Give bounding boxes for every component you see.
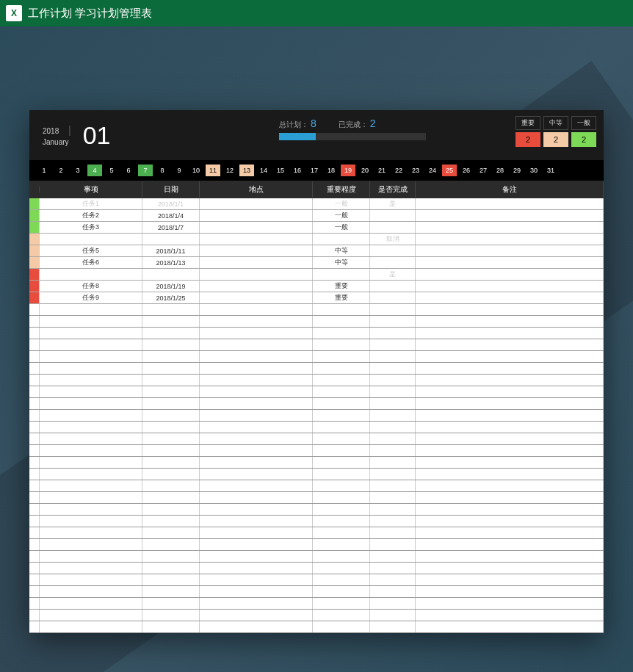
table-row-empty[interactable] (29, 610, 604, 621)
table-row-empty[interactable] (29, 422, 604, 433)
cell[interactable] (370, 316, 416, 327)
cell[interactable] (29, 433, 40, 444)
cell[interactable] (40, 516, 142, 527)
cell[interactable] (40, 539, 142, 550)
cell[interactable] (370, 504, 416, 515)
day-11[interactable]: 11 (206, 165, 220, 176)
cell[interactable] (29, 621, 40, 632)
cell[interactable] (313, 386, 370, 397)
day-6[interactable]: 6 (121, 165, 136, 176)
cell-place[interactable] (200, 198, 313, 209)
cell[interactable] (142, 551, 200, 562)
cell[interactable] (200, 328, 313, 339)
cell[interactable] (416, 410, 604, 421)
cell[interactable] (416, 339, 604, 350)
cell[interactable] (40, 504, 142, 515)
table-row-empty[interactable] (29, 445, 604, 457)
table-row[interactable]: 取消 (29, 234, 604, 245)
cell[interactable] (29, 551, 40, 562)
cell-done[interactable] (370, 245, 416, 256)
cell[interactable] (370, 621, 416, 632)
cell[interactable] (200, 445, 313, 456)
cell[interactable] (29, 445, 40, 456)
cell[interactable] (40, 304, 142, 315)
cell[interactable] (313, 457, 370, 468)
cell-item[interactable] (40, 234, 142, 245)
cell-note[interactable] (416, 269, 604, 280)
cell[interactable] (200, 621, 313, 632)
cell[interactable] (29, 504, 40, 515)
cell-place[interactable] (200, 292, 313, 303)
cell[interactable] (370, 410, 416, 421)
cell[interactable] (142, 386, 200, 397)
table-row-empty[interactable] (29, 527, 604, 539)
table-row-empty[interactable] (29, 375, 604, 386)
cell[interactable] (416, 539, 604, 550)
day-16[interactable]: 16 (290, 165, 305, 176)
table-row-empty[interactable] (29, 586, 604, 598)
cell-item[interactable]: 任务5 (40, 245, 142, 256)
cell[interactable] (40, 527, 142, 538)
day-9[interactable]: 9 (172, 165, 187, 176)
cell[interactable] (370, 386, 416, 397)
cell[interactable] (200, 527, 313, 538)
table-row-empty[interactable] (29, 386, 604, 398)
cell[interactable] (416, 304, 604, 315)
cell-place[interactable] (200, 210, 313, 221)
cell-importance[interactable] (313, 234, 370, 245)
day-19[interactable]: 19 (341, 165, 355, 176)
cell-done[interactable]: 取消 (370, 234, 416, 245)
cell[interactable] (313, 410, 370, 421)
cell[interactable] (142, 457, 200, 468)
cell[interactable] (142, 328, 200, 339)
cell-date[interactable]: 2018/1/19 (142, 281, 200, 292)
cell-place[interactable] (200, 257, 313, 268)
table-row-empty[interactable] (29, 398, 604, 410)
table-row[interactable]: 任务82018/1/19重要 (29, 281, 604, 292)
cell[interactable] (313, 551, 370, 562)
cell-importance[interactable] (313, 269, 370, 280)
cell[interactable] (200, 410, 313, 421)
cell-place[interactable] (200, 222, 313, 233)
day-1[interactable]: 1 (37, 165, 51, 176)
cell-done[interactable] (370, 222, 416, 233)
day-5[interactable]: 5 (104, 165, 119, 176)
table-row[interactable]: 任务12018/1/1一般是 (29, 198, 604, 210)
cell[interactable] (416, 375, 604, 386)
cell[interactable] (142, 480, 200, 491)
cell[interactable] (313, 480, 370, 491)
cell[interactable] (40, 563, 142, 574)
table-row-empty[interactable] (29, 457, 604, 469)
cell-importance[interactable]: 一般 (313, 210, 370, 221)
cell-importance[interactable]: 中等 (313, 257, 370, 268)
cell[interactable] (200, 492, 313, 503)
day-21[interactable]: 21 (375, 165, 389, 176)
cell[interactable] (313, 527, 370, 538)
cell[interactable] (200, 433, 313, 444)
cell[interactable] (313, 398, 370, 409)
table-row-empty[interactable] (29, 363, 604, 375)
cell-item[interactable]: 任务6 (40, 257, 142, 268)
cell[interactable] (200, 598, 313, 609)
cell[interactable] (29, 492, 40, 503)
cell[interactable] (200, 551, 313, 562)
cell[interactable] (416, 386, 604, 397)
table-row[interactable]: 任务32018/1/7一般 (29, 222, 604, 234)
cell-done[interactable]: 是 (370, 269, 416, 280)
table-row-empty[interactable] (29, 492, 604, 504)
cell[interactable] (40, 480, 142, 491)
cell[interactable] (370, 492, 416, 503)
cell[interactable] (313, 304, 370, 315)
table-row-empty[interactable] (29, 469, 604, 480)
cell[interactable] (416, 457, 604, 468)
cell[interactable] (416, 516, 604, 527)
cell-item[interactable]: 任务8 (40, 281, 142, 292)
cell[interactable] (200, 610, 313, 621)
cell[interactable] (142, 422, 200, 433)
cell[interactable] (370, 516, 416, 527)
day-7[interactable]: 7 (138, 165, 153, 176)
table-row[interactable]: 任务52018/1/11中等 (29, 245, 604, 257)
table-row-empty[interactable] (29, 351, 604, 363)
cell[interactable] (200, 304, 313, 315)
cell-note[interactable] (416, 198, 604, 209)
